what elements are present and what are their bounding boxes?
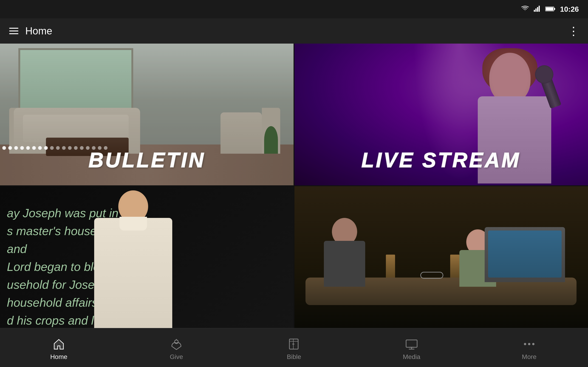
nav-label-more: More — [522, 353, 536, 361]
svg-rect-3 — [539, 6, 540, 12]
nav-item-more[interactable]: More — [470, 337, 588, 361]
give-icon — [170, 337, 183, 351]
svg-point-18 — [524, 343, 526, 345]
laptop — [485, 227, 565, 282]
main-content: BULLETIN LIVE STREAM ay Joseph was put i… — [0, 44, 588, 328]
scroll-dot-13 — [80, 146, 84, 150]
bulletin-tile[interactable]: BULLETIN — [0, 44, 294, 186]
scroll-dot-12 — [74, 146, 78, 150]
scroll-dot-4 — [26, 146, 30, 150]
media-icon — [405, 337, 418, 351]
scroll-dot-1 — [8, 146, 12, 150]
scripture-tile[interactable]: ay Joseph was put ins master's household… — [0, 186, 294, 328]
signal-icon — [534, 5, 541, 13]
scroll-dot-8 — [50, 146, 54, 150]
scroll-dot-7 — [44, 146, 48, 150]
scroll-indicators — [0, 144, 161, 151]
nav-item-give[interactable]: Give — [118, 337, 235, 361]
more-dots-icon — [522, 337, 536, 351]
svg-point-19 — [528, 343, 530, 345]
preacher-body — [94, 218, 172, 328]
home-icon — [52, 337, 66, 351]
scroll-dot-6 — [38, 146, 42, 150]
scroll-dot-9 — [56, 146, 60, 150]
svg-rect-5 — [554, 8, 555, 10]
status-bar: 10:26 — [0, 0, 588, 18]
livestream-label: LIVE STREAM — [361, 148, 520, 172]
svg-rect-2 — [537, 7, 538, 12]
status-time: 10:26 — [560, 5, 579, 14]
drink-glass-2 — [450, 255, 459, 277]
svg-rect-1 — [536, 8, 536, 12]
meeting-tile[interactable] — [294, 186, 588, 328]
bible-icon — [287, 337, 301, 351]
drink-glass-1 — [386, 255, 395, 277]
app-bar: Home ⋮ — [0, 18, 588, 44]
scroll-dot-10 — [62, 146, 66, 150]
scroll-dot-0 — [2, 146, 6, 150]
livestream-tile[interactable]: LIVE STREAM — [294, 44, 588, 186]
scroll-dot-16 — [98, 146, 102, 150]
nav-label-home: Home — [50, 353, 68, 361]
bottom-navigation: Home Give Bible — [0, 328, 588, 367]
menu-button[interactable] — [9, 28, 18, 34]
nav-label-media: Media — [403, 353, 420, 361]
page-title: Home — [25, 25, 52, 37]
svg-rect-0 — [534, 10, 535, 12]
nav-item-bible[interactable]: Bible — [235, 337, 353, 361]
more-vert-button[interactable]: ⋮ — [568, 24, 579, 38]
scroll-dot-11 — [68, 146, 72, 150]
battery-icon — [545, 5, 555, 13]
preacher-collar — [120, 217, 147, 231]
nav-label-bible: Bible — [287, 353, 301, 361]
scroll-dot-17 — [104, 146, 107, 150]
scroll-dot-2 — [14, 146, 18, 150]
scroll-dot-5 — [32, 146, 36, 150]
nav-item-media[interactable]: Media — [353, 337, 470, 361]
nav-item-home[interactable]: Home — [0, 337, 118, 361]
preacher-figure — [87, 190, 179, 328]
wifi-icon — [521, 5, 529, 13]
glasses-object — [420, 272, 443, 279]
svg-rect-14 — [406, 340, 417, 347]
svg-point-20 — [532, 343, 535, 345]
bulletin-label: BULLETIN — [89, 148, 206, 172]
scroll-dot-3 — [20, 146, 24, 150]
nav-label-give: Give — [170, 353, 183, 361]
scroll-dot-15 — [92, 146, 95, 150]
horizontal-divider — [0, 185, 588, 186]
meeting-person1 — [321, 218, 367, 287]
scroll-dot-14 — [86, 146, 90, 150]
svg-rect-6 — [546, 7, 553, 10]
